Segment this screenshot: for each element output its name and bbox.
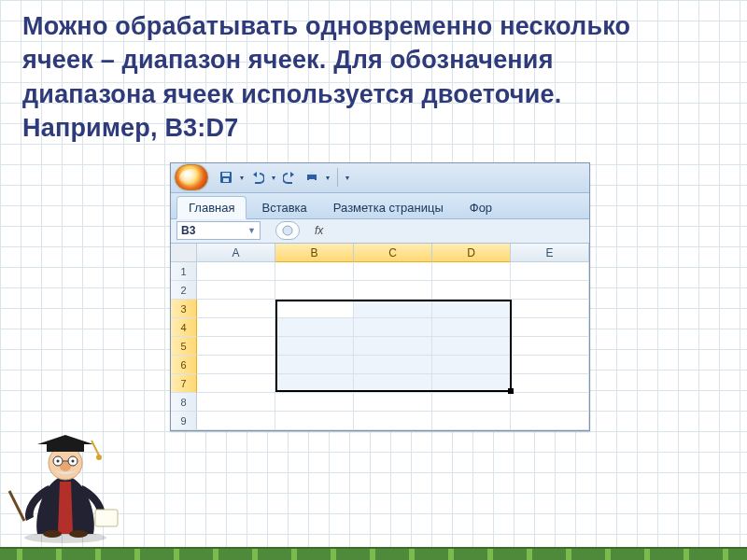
svg-point-6 bbox=[283, 226, 292, 235]
row-header-2[interactable]: 2 bbox=[171, 281, 197, 300]
cell-D2[interactable] bbox=[432, 281, 511, 300]
cell-C5[interactable] bbox=[354, 337, 432, 356]
svg-point-16 bbox=[72, 460, 75, 463]
cell-E5[interactable] bbox=[511, 337, 589, 356]
worksheet-grid[interactable]: ABCDE123456789 bbox=[171, 244, 589, 430]
svg-rect-4 bbox=[309, 172, 315, 175]
undo-dropdown[interactable]: ▾ bbox=[270, 167, 277, 188]
cell-E4[interactable] bbox=[511, 318, 589, 337]
tab-insert[interactable]: Вставка bbox=[250, 197, 317, 218]
name-box[interactable]: B3 ▼ bbox=[176, 221, 261, 240]
intro-line-4-prefix: Например, bbox=[22, 114, 164, 142]
cell-A5[interactable] bbox=[197, 337, 275, 356]
chevron-down-icon: ▼ bbox=[247, 226, 256, 235]
column-header-A[interactable]: A bbox=[197, 244, 275, 262]
intro-line-1: Можно обрабатывать одновременно нескольк… bbox=[22, 12, 630, 40]
cell-C6[interactable] bbox=[354, 356, 432, 374]
cell-A7[interactable] bbox=[197, 374, 275, 393]
cell-B4[interactable] bbox=[275, 318, 354, 337]
cell-D8[interactable] bbox=[432, 393, 511, 412]
cell-A4[interactable] bbox=[197, 318, 275, 337]
row-header-6[interactable]: 6 bbox=[171, 356, 197, 374]
cell-C4[interactable] bbox=[354, 318, 432, 337]
redo-button[interactable] bbox=[279, 167, 300, 188]
cell-C3[interactable] bbox=[354, 300, 432, 318]
cell-B7[interactable] bbox=[275, 374, 354, 393]
cell-A2[interactable] bbox=[197, 281, 275, 300]
tab-home[interactable]: Главная bbox=[176, 196, 247, 219]
cell-E8[interactable] bbox=[511, 393, 589, 412]
cell-D4[interactable] bbox=[432, 318, 511, 337]
slide-content: Можно обрабатывать одновременно нескольк… bbox=[0, 0, 747, 431]
cell-B1[interactable] bbox=[275, 262, 354, 281]
redo-icon bbox=[283, 171, 296, 184]
cell-E2[interactable] bbox=[511, 281, 589, 300]
row-header-8[interactable]: 8 bbox=[171, 393, 197, 412]
row-header-7[interactable]: 7 bbox=[171, 374, 197, 393]
select-all-corner[interactable] bbox=[171, 244, 197, 262]
column-header-E[interactable]: E bbox=[511, 244, 589, 262]
cell-C2[interactable] bbox=[354, 281, 432, 300]
column-header-C[interactable]: C bbox=[354, 244, 432, 262]
worksheet-area: ABCDE123456789 bbox=[171, 244, 589, 430]
name-box-value: B3 bbox=[181, 224, 195, 237]
save-button[interactable] bbox=[216, 167, 236, 188]
cell-D7[interactable] bbox=[432, 374, 511, 393]
undo-button[interactable] bbox=[247, 167, 268, 188]
cell-B3[interactable] bbox=[275, 300, 354, 318]
insert-function-button[interactable] bbox=[275, 221, 300, 240]
row-header-1[interactable]: 1 bbox=[171, 262, 197, 281]
svg-point-23 bbox=[69, 530, 88, 538]
qat-customize-dropdown[interactable]: ▾ bbox=[344, 167, 351, 188]
cell-E9[interactable] bbox=[511, 412, 589, 430]
office-button[interactable] bbox=[175, 164, 208, 190]
undo-icon bbox=[251, 171, 264, 184]
cell-A9[interactable] bbox=[197, 412, 275, 430]
tab-page-layout[interactable]: Разметка страницы bbox=[322, 197, 455, 218]
fx-label: fx bbox=[315, 224, 323, 237]
cell-A1[interactable] bbox=[197, 262, 275, 281]
cell-E6[interactable] bbox=[511, 356, 589, 374]
clipart-professor bbox=[6, 424, 125, 543]
cell-C9[interactable] bbox=[354, 412, 432, 430]
cell-B5[interactable] bbox=[275, 337, 354, 356]
cell-A8[interactable] bbox=[197, 393, 275, 412]
cell-A6[interactable] bbox=[197, 356, 275, 374]
save-icon bbox=[219, 171, 233, 184]
cell-B6[interactable] bbox=[275, 356, 354, 374]
row-header-5[interactable]: 5 bbox=[171, 337, 197, 356]
cell-E7[interactable] bbox=[511, 374, 589, 393]
cell-D1[interactable] bbox=[432, 262, 511, 281]
cell-D5[interactable] bbox=[432, 337, 511, 356]
formula-bar-row: B3 ▼ fx bbox=[171, 219, 589, 244]
cell-B9[interactable] bbox=[275, 412, 354, 430]
cell-C7[interactable] bbox=[354, 374, 432, 393]
cell-E3[interactable] bbox=[511, 300, 589, 318]
svg-line-8 bbox=[9, 491, 24, 521]
quick-print-button[interactable] bbox=[302, 167, 322, 188]
cell-C1[interactable] bbox=[354, 262, 432, 281]
tab-formulas[interactable]: Фор bbox=[458, 197, 503, 218]
row-header-4[interactable]: 4 bbox=[171, 318, 197, 337]
row-header-3[interactable]: 3 bbox=[171, 300, 197, 318]
print-dropdown[interactable]: ▾ bbox=[324, 167, 331, 188]
cell-E1[interactable] bbox=[511, 262, 589, 281]
save-dropdown[interactable]: ▾ bbox=[238, 167, 246, 188]
cell-D6[interactable] bbox=[432, 356, 511, 374]
quick-access-toolbar: ▾ ▾ ▾ ▾ bbox=[171, 163, 589, 193]
svg-rect-1 bbox=[222, 173, 230, 176]
ribbon-tabs: Главная Вставка Разметка страницы Фор bbox=[171, 193, 589, 219]
cell-D3[interactable] bbox=[432, 300, 511, 318]
cell-B8[interactable] bbox=[275, 393, 354, 412]
cell-D9[interactable] bbox=[432, 412, 511, 430]
intro-line-3: диапазона ячеек используется двоеточие. bbox=[22, 80, 561, 108]
excel-window: ▾ ▾ ▾ ▾ Главная Вставка Разметка страниц… bbox=[170, 162, 590, 431]
cell-A3[interactable] bbox=[197, 300, 275, 318]
column-header-D[interactable]: D bbox=[432, 244, 511, 262]
cell-C8[interactable] bbox=[354, 393, 432, 412]
svg-point-22 bbox=[43, 530, 62, 538]
svg-marker-19 bbox=[37, 435, 93, 444]
row-header-9[interactable]: 9 bbox=[171, 412, 197, 430]
cell-B2[interactable] bbox=[275, 281, 354, 300]
column-header-B[interactable]: B bbox=[275, 244, 354, 262]
